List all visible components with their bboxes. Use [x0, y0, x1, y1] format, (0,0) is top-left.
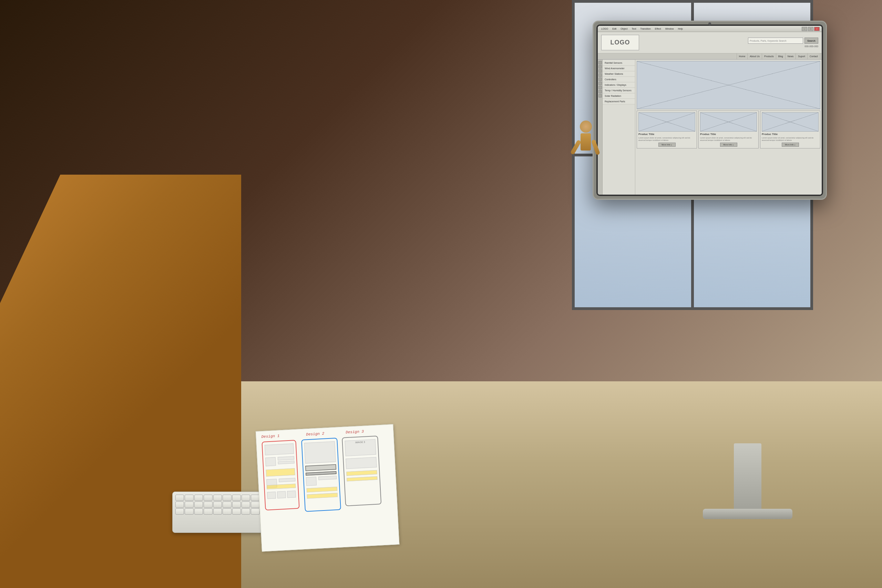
key-19[interactable]: [213, 501, 222, 508]
key-20[interactable]: [223, 501, 231, 508]
key-16[interactable]: [184, 501, 193, 508]
site-header: LOGO Products, Parts, Keywords Search Se…: [598, 32, 822, 53]
tool-5[interactable]: [598, 78, 602, 81]
product-image-3: [762, 112, 819, 132]
key-5[interactable]: [213, 495, 222, 501]
sketch-ph2-box-3: [306, 471, 336, 476]
menu-file[interactable]: LOGO: [600, 27, 609, 30]
sidebar-item-controllers[interactable]: Controllers: [603, 77, 635, 82]
sidebar-item-solar[interactable]: Solar Radiation: [603, 93, 635, 99]
monitor-stand: [734, 443, 761, 512]
design2-label: Design 2: [306, 432, 324, 437]
search-button[interactable]: Search: [804, 38, 818, 44]
sketch-ph3-box-3: [346, 470, 377, 476]
key-18[interactable]: [204, 501, 212, 508]
nav-products[interactable]: Products: [762, 53, 776, 59]
sketch-box-10: [277, 491, 286, 498]
sketch-ph3-box-1: IMAGE 3: [345, 439, 376, 456]
monitor: LOGO Edit Object Text Transition Effect …: [592, 21, 827, 200]
tool-3[interactable]: [598, 69, 602, 73]
sketch-ph3-box-2: [346, 457, 376, 469]
maximize-button[interactable]: □: [808, 27, 813, 31]
tool-4[interactable]: [598, 74, 602, 77]
products-row: Produc Title Lorem ipsum dolor sit amet,…: [637, 111, 820, 148]
key-21[interactable]: [232, 501, 241, 508]
sidebar-item-rainfall[interactable]: Rainfall Sensors: [603, 60, 635, 66]
software-title-bar: LOGO Edit Object Text Transition Effect …: [598, 26, 822, 32]
key-32[interactable]: [204, 508, 212, 514]
menu-edit[interactable]: Edit: [611, 27, 618, 30]
design3-label: Design 3: [346, 429, 364, 435]
sidebar-item-weather[interactable]: Weather Stations: [603, 71, 635, 77]
nav-support[interactable]: Suport: [796, 53, 808, 59]
sketch-phone-2: [301, 438, 341, 512]
nav-contact[interactable]: Contact: [808, 53, 820, 59]
sketch-ph2-box-1: [304, 441, 336, 464]
product-desc-3: Lorem ipsum dolor sit amet, consectetur …: [762, 137, 819, 142]
sidebar-item-indicators[interactable]: Indicators / Displays: [603, 82, 635, 88]
tool-7[interactable]: [598, 86, 602, 89]
sidebar-item-replacement[interactable]: Replacement Parts: [603, 99, 635, 104]
sketch-phone-3: IMAGE 3: [342, 435, 381, 506]
product-card-3: Produc Title Lorem ipsum dolor sit amet,…: [760, 111, 820, 148]
menu-help[interactable]: Help: [676, 27, 684, 30]
key-30[interactable]: [184, 508, 193, 514]
key-6[interactable]: [223, 495, 231, 501]
website-wireframe: LOGO Products, Parts, Keywords Search Se…: [598, 32, 822, 195]
key-35[interactable]: [232, 508, 241, 514]
nav-news[interactable]: News: [786, 53, 796, 59]
menu-transition[interactable]: Transition: [639, 27, 652, 30]
key-17[interactable]: [194, 501, 203, 508]
search-input[interactable]: Products, Parts, Keywords Search: [748, 38, 803, 44]
sketch-phone-1: [261, 440, 299, 510]
tool-1[interactable]: [598, 61, 602, 64]
key-15[interactable]: [176, 501, 184, 508]
product-desc-1: Lorem ipsum dolor sit amet, consectetur …: [638, 137, 695, 142]
more-info-btn-1[interactable]: More Info »: [658, 142, 676, 147]
tool-2[interactable]: [598, 65, 602, 69]
menu-window[interactable]: Window: [664, 27, 675, 30]
figure-head: [580, 120, 592, 133]
sketch-box-3: [278, 456, 294, 460]
sidebar-item-wind[interactable]: Wind Anemometer: [603, 66, 635, 71]
key-34[interactable]: [223, 508, 231, 514]
sidebar-item-temp[interactable]: Temp / Humidity Sensors: [603, 88, 635, 93]
product-image-1: [638, 112, 695, 132]
sketch-box-2: [265, 457, 276, 466]
key-7[interactable]: [232, 495, 241, 501]
window-controls: − □ ×: [802, 27, 820, 31]
key-4[interactable]: [204, 495, 212, 501]
nav-about[interactable]: About Us: [748, 53, 762, 59]
key-1[interactable]: [176, 495, 184, 501]
minimize-button[interactable]: −: [802, 27, 807, 31]
sketch-ph3-label: IMAGE 3: [345, 440, 375, 445]
logo-text: LOGO: [610, 39, 630, 46]
sketch-ph2-box-6: [307, 487, 338, 493]
close-button[interactable]: ×: [814, 27, 820, 31]
logo-box: LOGO: [601, 35, 639, 50]
key-2[interactable]: [184, 495, 193, 501]
wireframe-sketch-paper: Design 1 Design 2 Design 3: [256, 424, 400, 552]
menu-text[interactable]: Text: [630, 27, 638, 30]
menu-object[interactable]: Object: [619, 27, 629, 30]
tool-8[interactable]: [598, 90, 602, 93]
key-29[interactable]: [176, 508, 184, 514]
key-3[interactable]: [194, 495, 203, 501]
sketch-ph2-box-5: [318, 476, 337, 480]
product-title-2: Produc Title: [700, 133, 757, 136]
key-31[interactable]: [194, 508, 203, 514]
product-title-1: Produc Title: [638, 133, 695, 136]
more-info-btn-2[interactable]: More Info »: [720, 142, 737, 147]
nav-home[interactable]: Home: [736, 53, 748, 59]
tool-6[interactable]: [598, 82, 602, 85]
menu-effect[interactable]: Effect: [654, 27, 663, 30]
sketch-box-7: [279, 478, 295, 482]
nav-blog[interactable]: Blog: [776, 53, 786, 59]
tool-9[interactable]: [598, 94, 602, 98]
monitor-screen: LOGO Edit Object Text Transition Effect …: [598, 26, 822, 195]
search-row: Products, Parts, Keywords Search Search: [748, 38, 818, 44]
sidebar: Rainfall Sensors Wind Anemometer Weather…: [603, 60, 635, 195]
key-33[interactable]: [213, 508, 222, 514]
more-info-btn-3[interactable]: More Info »: [782, 142, 799, 147]
sketch-box-9: [267, 492, 276, 499]
